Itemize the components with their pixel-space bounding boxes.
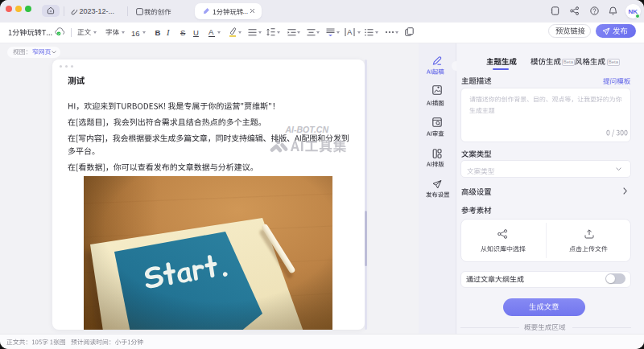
svg-text:A: A [347,28,352,36]
